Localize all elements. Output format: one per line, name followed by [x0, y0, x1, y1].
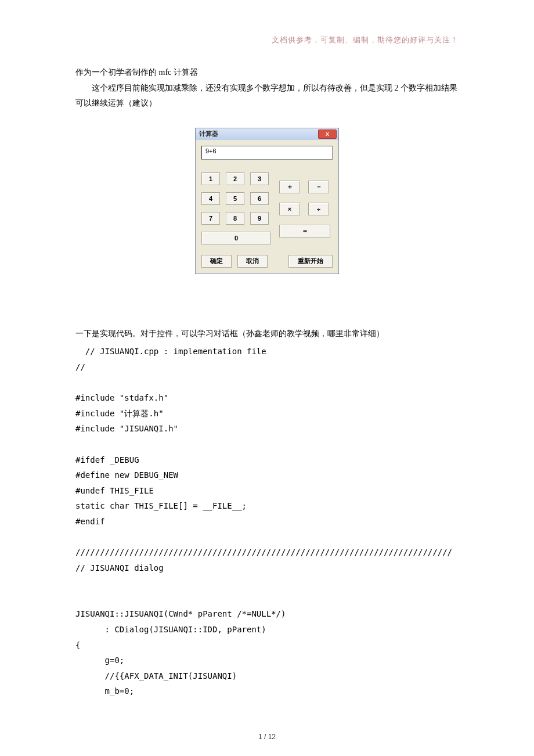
code-line: #undef THIS_FILE [75, 486, 154, 495]
header-note: 文档供参考，可复制、编制，期待您的好评与关注！ [75, 35, 459, 45]
key-1[interactable]: 1 [201, 172, 220, 185]
key-0[interactable]: 0 [201, 232, 271, 244]
code-line: JISUANQI::JISUANQI(CWnd* pParent /*=NULL… [75, 609, 286, 618]
intro-line-2: 这个程序目前能实现加减乘除，还没有实现多个数字想加，所以有待改善，但是实现 2 … [75, 81, 459, 111]
code-line: g=0; [75, 656, 124, 665]
code-block: // JISUANQI.cpp : implementation file //… [75, 344, 459, 699]
code-line: static char THIS_FILE[] = __FILE__; [75, 501, 247, 510]
key-minus[interactable]: － [308, 181, 329, 193]
code-line: { [75, 640, 80, 650]
display-field[interactable]: 9+6 [201, 146, 333, 160]
numpad: 1 2 3 4 5 6 7 8 9 0 [201, 172, 269, 244]
page-number: 1 / 12 [0, 733, 534, 741]
calculator-window: 计算器 X 9+6 1 2 3 4 5 6 7 8 9 0 [195, 128, 339, 274]
restart-button[interactable]: 重新开始 [288, 255, 333, 268]
ok-button[interactable]: 确定 [201, 255, 232, 268]
key-4[interactable]: 4 [201, 192, 220, 205]
code-line: : CDialog(JISUANQI::IDD, pParent) [75, 625, 266, 634]
key-2[interactable]: 2 [226, 172, 244, 185]
key-equals[interactable]: ＝ [279, 225, 330, 237]
code-line: // [75, 362, 85, 372]
key-times[interactable]: × [279, 203, 300, 215]
close-icon[interactable]: X [318, 129, 337, 139]
calculator-screenshot: 计算器 X 9+6 1 2 3 4 5 6 7 8 9 0 [75, 128, 459, 274]
code-line: #define new DEBUG_NEW [75, 470, 178, 480]
intro-line-1: 作为一个初学者制作的 mfc 计算器 [75, 65, 459, 81]
key-plus[interactable]: ＋ [279, 181, 300, 193]
code-line: // JISUANQI.cpp : implementation file [75, 347, 266, 356]
window-title: 计算器 [199, 129, 218, 138]
code-line: //{{AFX_DATA_INIT(JISUANQI) [75, 671, 237, 681]
key-3[interactable]: 3 [250, 172, 269, 185]
key-6[interactable]: 6 [250, 192, 269, 205]
key-8[interactable]: 8 [226, 212, 244, 225]
code-line: #include "stdafx.h" [75, 393, 168, 402]
code-line: #endif [75, 517, 105, 526]
code-line: ////////////////////////////////////////… [75, 548, 452, 557]
operator-pad: ＋ － × ÷ ＝ [279, 181, 329, 244]
titlebar: 计算器 X [196, 128, 338, 140]
code-line: m_b=0; [75, 686, 134, 696]
code-line: #include "JISUANQI.h" [75, 424, 178, 433]
code-line: // JISUANQI dialog [75, 563, 164, 573]
cancel-button[interactable]: 取消 [237, 255, 268, 268]
paragraph-code-intro: 一下是实现代码。对于控件，可以学习对话框（孙鑫老师的教学视频，哪里非常详细） [75, 326, 459, 342]
key-9[interactable]: 9 [250, 212, 269, 225]
key-divide[interactable]: ÷ [308, 203, 329, 215]
key-5[interactable]: 5 [226, 192, 244, 205]
code-line: #ifdef _DEBUG [75, 455, 139, 465]
code-line: #include "计算器.h" [75, 409, 164, 418]
key-7[interactable]: 7 [201, 212, 220, 225]
